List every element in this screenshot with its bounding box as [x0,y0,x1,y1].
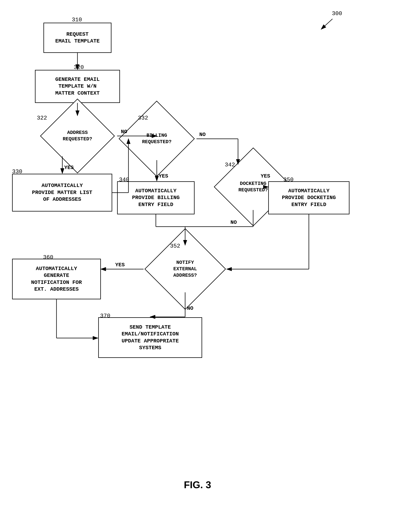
box-350: AUTOMATICALLYPROVIDE DOCKETINGENTRY FIEL… [268,181,350,214]
box-360: AUTOMATICALLYGENERATENOTIFICATION FOREXT… [12,259,101,299]
ref-320: 320 [74,64,84,71]
box-320: GENERATE EMAILTEMPLATE W/NMATTER CONTEXT [35,70,120,103]
box-350-label: AUTOMATICALLYPROVIDE DOCKETINGENTRY FIEL… [282,188,336,208]
ref-340: 340 [119,177,129,183]
ref-300: 300 [332,10,342,17]
ref-330: 330 [12,168,22,175]
ref-360: 360 [43,254,53,261]
svg-text:YES: YES [115,262,125,268]
box-320-label: GENERATE EMAILTEMPLATE W/NMATTER CONTEXT [55,76,99,97]
ref-370: 370 [100,313,110,319]
diagram-container: 300 REQUESTEMAIL TEMPLATE 310 GENERATE E… [0,0,395,532]
diamond-322-label: ADDRESSREQUESTED? [62,129,93,143]
box-340-label: AUTOMATICALLYPROVIDE BILLINGENTRY FIELD [132,188,180,208]
box-370-label: SEND TEMPLATEEMAIL/NOTIFICATIONUPDATE AP… [122,324,179,352]
box-360-label: AUTOMATICALLYGENERATENOTIFICATION FOREXT… [31,265,82,293]
diamond-352-label: NOTIFYEXTERNALADDRESS? [172,259,198,279]
ref-342: 342 [225,162,235,168]
diamond-352: NOTIFYEXTERNALADDRESS? [143,245,227,293]
ref-350: 350 [283,177,294,183]
box-330-label: AUTOMATICALLYPROVIDE MATTER LISTOF ADDRE… [32,182,92,203]
svg-text:NO: NO [230,219,237,225]
box-310-label: REQUESTEMAIL TEMPLATE [55,31,99,45]
ref-310: 310 [72,17,82,23]
ref-322: 322 [37,115,47,121]
svg-text:YES: YES [159,173,168,179]
box-310: REQUESTEMAIL TEMPLATE [44,23,111,53]
box-340: AUTOMATICALLYPROVIDE BILLINGENTRY FIELD [117,181,195,214]
diamond-322: ADDRESSREQUESTED? [38,115,117,157]
box-370: SEND TEMPLATEEMAIL/NOTIFICATIONUPDATE AP… [98,317,202,358]
ref-352: 352 [170,243,180,249]
diamond-332-label: BILLINGREQUESTED? [141,131,172,146]
diamond-332: BILLINGREQUESTED? [117,117,197,161]
fig-label: FIG. 3 [0,479,395,490]
ref-332: 332 [138,115,148,121]
diamond-342-label: DOCKETINGREQUESTED? [237,179,269,194]
svg-line-1 [321,19,332,29]
svg-text:NO: NO [199,132,206,137]
box-330: AUTOMATICALLYPROVIDE MATTER LISTOF ADDRE… [12,174,112,212]
